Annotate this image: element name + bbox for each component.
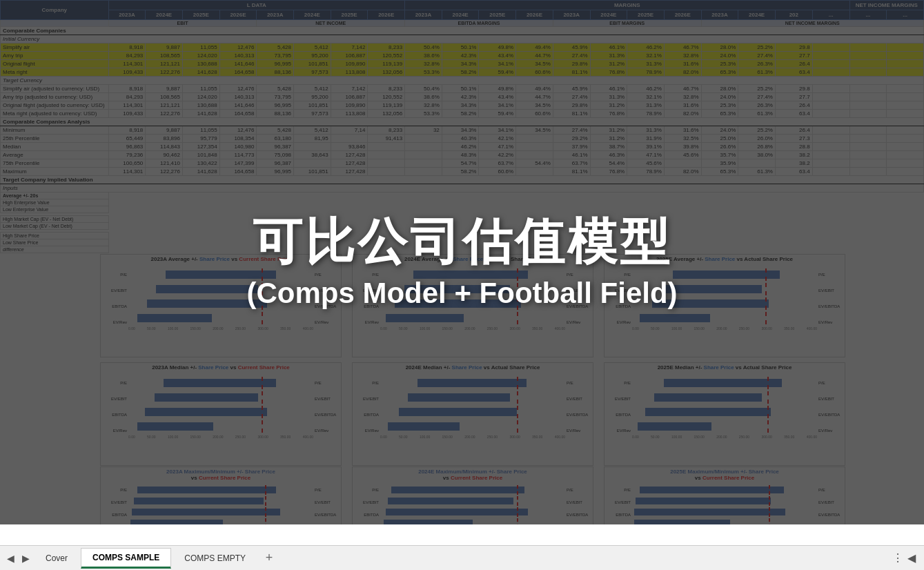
tab-more-icon[interactable]: ⋮ xyxy=(892,551,903,564)
tab-comps-empty-label: COMPS EMPTY xyxy=(184,553,246,563)
overlay: 可比公司估值模型 (Comps Model + Football Field) xyxy=(0,0,924,524)
tab-scroll-right[interactable]: ▶ xyxy=(18,551,33,566)
overlay-title-cn: 可比公司估值模型 xyxy=(253,215,672,269)
overlay-title-en: (Comps Model + Football Field) xyxy=(246,277,677,310)
tab-scroll-left[interactable]: ◀ xyxy=(3,551,18,566)
tab-comps-empty[interactable]: COMPS EMPTY xyxy=(173,548,257,569)
tab-cover[interactable]: Cover xyxy=(34,548,79,569)
tab-comps-sample[interactable]: COMPS SAMPLE xyxy=(81,548,171,569)
tab-comps-sample-label: COMPS SAMPLE xyxy=(92,553,159,562)
tab-scroll-icon[interactable]: ◀ xyxy=(907,551,916,564)
tab-cover-label: Cover xyxy=(46,553,68,563)
tab-add-button[interactable]: + xyxy=(261,550,277,567)
tab-bar: ◀ ▶ Cover COMPS SAMPLE COMPS EMPTY + ⋮ ◀ xyxy=(0,545,924,570)
